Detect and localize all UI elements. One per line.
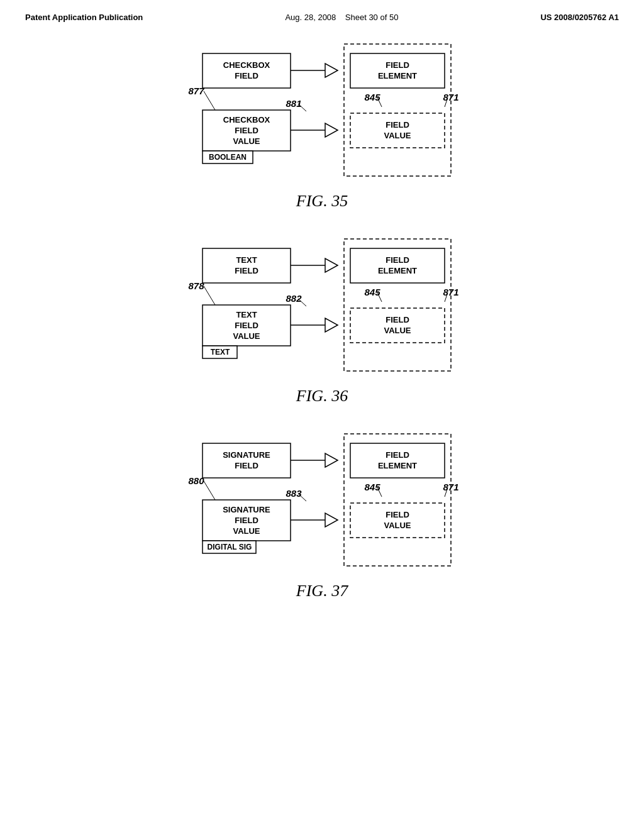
svg-text:VALUE: VALUE bbox=[384, 326, 411, 335]
svg-marker-44 bbox=[325, 318, 338, 332]
svg-text:881: 881 bbox=[286, 98, 301, 109]
svg-text:878: 878 bbox=[188, 280, 204, 291]
svg-text:FIELD: FIELD bbox=[235, 71, 258, 80]
page-header: Patent Application Publication Aug. 28, … bbox=[25, 13, 619, 22]
svg-text:CHECKBOX: CHECKBOX bbox=[223, 115, 270, 124]
svg-text:845: 845 bbox=[364, 287, 380, 297]
fig36-diagram: TEXT FIELD FIELD ELEMENT TEXT FIELD VALU… bbox=[165, 236, 479, 380]
fig35-label: FIG. 35 bbox=[296, 192, 348, 211]
svg-text:VALUE: VALUE bbox=[233, 526, 260, 536]
svg-text:871: 871 bbox=[443, 92, 458, 102]
svg-text:VALUE: VALUE bbox=[384, 521, 411, 530]
svg-marker-16 bbox=[325, 123, 338, 137]
svg-text:FIELD: FIELD bbox=[235, 461, 258, 470]
svg-text:DIGITAL SIG: DIGITAL SIG bbox=[208, 543, 252, 551]
svg-text:CHECKBOX: CHECKBOX bbox=[223, 60, 270, 70]
svg-marker-72 bbox=[325, 513, 338, 527]
header-center: Aug. 28, 2008 Sheet 30 of 50 bbox=[285, 13, 398, 22]
svg-text:ELEMENT: ELEMENT bbox=[378, 461, 417, 470]
figure-37-section: SIGNATURE FIELD FIELD ELEMENT SIGNATURE … bbox=[25, 431, 619, 607]
svg-line-21 bbox=[204, 91, 215, 110]
svg-line-77 bbox=[204, 481, 215, 500]
header-right: US 2008/0205762 A1 bbox=[540, 13, 619, 22]
svg-text:FIELD: FIELD bbox=[386, 120, 409, 130]
svg-text:845: 845 bbox=[364, 482, 380, 492]
svg-marker-32 bbox=[325, 258, 338, 272]
header-left: Patent Application Publication bbox=[25, 13, 143, 22]
svg-text:ELEMENT: ELEMENT bbox=[378, 71, 417, 80]
svg-text:871: 871 bbox=[443, 482, 458, 492]
svg-text:TEXT: TEXT bbox=[236, 255, 257, 265]
svg-text:FIELD: FIELD bbox=[235, 516, 258, 525]
svg-text:SIGNATURE: SIGNATURE bbox=[223, 505, 270, 514]
svg-text:FIELD: FIELD bbox=[386, 255, 409, 265]
header-date: Aug. 28, 2008 bbox=[285, 13, 336, 22]
svg-text:FIELD: FIELD bbox=[235, 266, 258, 275]
page: Patent Application Publication Aug. 28, … bbox=[0, 0, 644, 830]
figure-36-section: TEXT FIELD FIELD ELEMENT TEXT FIELD VALU… bbox=[25, 236, 619, 412]
svg-text:880: 880 bbox=[188, 475, 204, 486]
svg-marker-4 bbox=[325, 64, 338, 77]
svg-text:BOOLEAN: BOOLEAN bbox=[209, 153, 247, 162]
svg-text:TEXT: TEXT bbox=[236, 310, 257, 319]
svg-text:882: 882 bbox=[286, 293, 302, 304]
svg-text:FIELD: FIELD bbox=[235, 321, 258, 330]
svg-text:VALUE: VALUE bbox=[233, 331, 260, 341]
svg-text:FIELD: FIELD bbox=[235, 126, 258, 135]
svg-text:VALUE: VALUE bbox=[384, 131, 411, 140]
svg-text:877: 877 bbox=[188, 86, 204, 96]
svg-text:845: 845 bbox=[364, 92, 380, 102]
svg-text:FIELD: FIELD bbox=[386, 510, 409, 519]
svg-text:TEXT: TEXT bbox=[211, 348, 230, 357]
svg-text:VALUE: VALUE bbox=[233, 136, 260, 146]
svg-marker-60 bbox=[325, 453, 338, 467]
fig36-label: FIG. 36 bbox=[296, 387, 348, 406]
svg-text:883: 883 bbox=[286, 488, 302, 499]
svg-text:FIELD: FIELD bbox=[386, 60, 409, 70]
svg-text:871: 871 bbox=[443, 287, 458, 297]
figure-35-section: CHECKBOX FIELD FIELD ELEMENT CHECKBOX FI… bbox=[25, 41, 619, 217]
svg-text:SIGNATURE: SIGNATURE bbox=[223, 450, 270, 460]
svg-text:FIELD: FIELD bbox=[386, 315, 409, 324]
fig35-diagram: CHECKBOX FIELD FIELD ELEMENT CHECKBOX FI… bbox=[165, 41, 479, 185]
fig37-label: FIG. 37 bbox=[296, 582, 348, 600]
svg-text:ELEMENT: ELEMENT bbox=[378, 266, 417, 275]
header-sheet: Sheet 30 of 50 bbox=[345, 13, 399, 22]
fig37-diagram: SIGNATURE FIELD FIELD ELEMENT SIGNATURE … bbox=[165, 431, 479, 575]
svg-text:FIELD: FIELD bbox=[386, 450, 409, 460]
svg-line-49 bbox=[204, 286, 215, 305]
